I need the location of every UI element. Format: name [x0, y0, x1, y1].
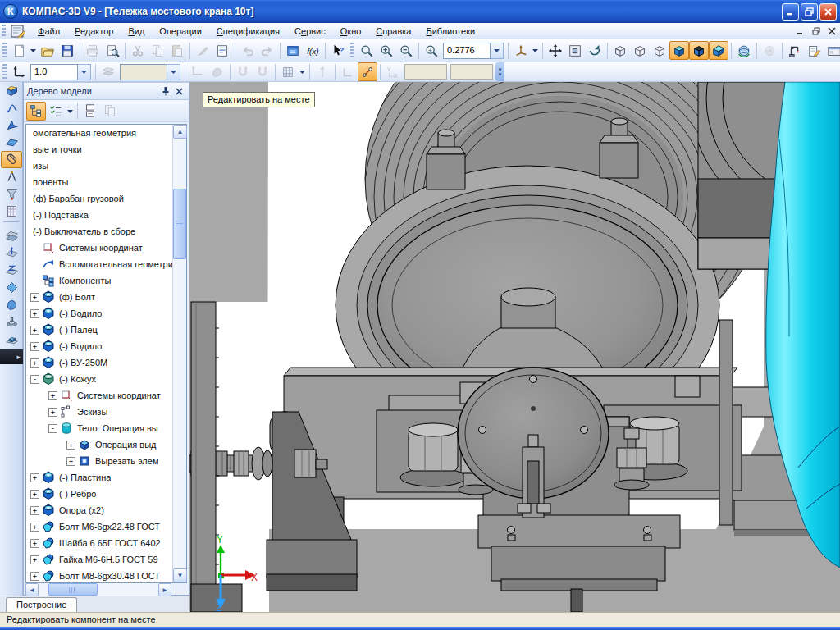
new-document-button[interactable]: [9, 41, 29, 60]
orbit-button[interactable]: [734, 41, 754, 60]
surface-ops-button[interactable]: [1, 134, 22, 151]
middle-plane-button[interactable]: [1, 262, 22, 279]
tree-item[interactable]: +(ф) Болт: [26, 289, 186, 305]
close-panel-button[interactable]: [172, 85, 185, 98]
tree-item[interactable]: поненты: [26, 174, 186, 190]
layer-combo[interactable]: [120, 64, 180, 80]
tree-item[interactable]: +Операция выд: [26, 436, 186, 453]
tree-item[interactable]: +Болт М8-6gx30.48 ГОСТ: [26, 568, 186, 583]
v-scroll-thumb[interactable]: [173, 189, 186, 259]
zoom-scale-combo-arrow[interactable]: [491, 43, 504, 59]
tree-expander-plus[interactable]: +: [30, 293, 39, 302]
surfaces-button[interactable]: [1, 116, 22, 134]
scroll-down-button[interactable]: ▼: [173, 568, 187, 582]
spatial-curves-button[interactable]: [1, 99, 22, 116]
library-manager-button[interactable]: [785, 41, 805, 60]
close-button[interactable]: [819, 3, 837, 21]
tree-structure-button[interactable]: [26, 102, 46, 121]
tree-expander-plus[interactable]: +: [66, 457, 75, 466]
scroll-up-button[interactable]: ▲: [173, 125, 187, 139]
pin-panel-button[interactable]: [159, 85, 172, 98]
tree-item[interactable]: (ф) Барабан грузовой: [26, 190, 186, 207]
filters-button[interactable]: [1, 185, 22, 203]
save-button[interactable]: [57, 41, 77, 60]
plane-through-axis-button[interactable]: [1, 244, 22, 262]
menu-файл[interactable]: Файл: [30, 24, 67, 39]
zoom-out-button[interactable]: [396, 41, 416, 60]
tree-item[interactable]: +Опора (x2): [26, 502, 186, 518]
tree-item[interactable]: вые и точки: [26, 141, 186, 158]
h-scroll-thumb[interactable]: [48, 583, 98, 596]
tree-item[interactable]: -Тело: Операция вы: [26, 420, 186, 436]
specification-objects-button[interactable]: [1, 203, 22, 220]
perspective-button[interactable]: [709, 41, 728, 60]
variables-button[interactable]: [283, 41, 303, 60]
tree-item[interactable]: Системы координат: [26, 240, 186, 256]
toolbar-drag-handle[interactable]: [2, 64, 7, 80]
tree-expander-minus[interactable]: -: [30, 375, 39, 384]
tree-vertical-scrollbar[interactable]: ▲ ▼: [172, 125, 186, 582]
tangent-plane-button[interactable]: [1, 296, 22, 313]
tree-composition-dropdown[interactable]: [66, 102, 75, 121]
step-combo-arrow[interactable]: [78, 64, 91, 80]
fit-all-button[interactable]: [565, 41, 585, 60]
tree-horizontal-scrollbar[interactable]: ◄ ►: [25, 583, 171, 596]
zoom-scale-combo[interactable]: 0.2776: [443, 43, 504, 59]
orientation-dropdown[interactable]: [531, 41, 540, 60]
menu-окно[interactable]: Окно: [333, 24, 369, 39]
tree-item[interactable]: +Вырезать элем: [26, 453, 186, 469]
menu-редактор[interactable]: Редактор: [67, 24, 121, 39]
layer-combo-arrow[interactable]: [167, 64, 180, 80]
open-button[interactable]: [38, 41, 57, 60]
pan-button[interactable]: [546, 41, 565, 60]
zoom-area-button[interactable]: [357, 41, 377, 60]
tree-expander-plus[interactable]: +: [30, 555, 39, 564]
menu-drag-handle[interactable]: [2, 25, 6, 38]
tree-expander-plus[interactable]: +: [30, 523, 39, 532]
plane-through-point-button[interactable]: [1, 313, 22, 331]
tree-expander-plus[interactable]: +: [30, 358, 39, 368]
tree-sections-button[interactable]: [80, 102, 100, 121]
scroll-left-button[interactable]: ◄: [25, 583, 39, 596]
shaded-button[interactable]: [669, 41, 689, 60]
grid-button[interactable]: [278, 62, 298, 81]
tree-expander-plus[interactable]: +: [30, 342, 39, 351]
menu-библиотеки[interactable]: Библиотеки: [419, 24, 483, 39]
tab-construction[interactable]: Построение: [6, 597, 77, 612]
tree-expander-plus[interactable]: +: [30, 326, 39, 335]
tree-composition-button[interactable]: [46, 102, 66, 121]
shaded-with-edges-button[interactable]: [689, 41, 709, 60]
tree-item[interactable]: (-) Выключатель в сборе: [26, 223, 186, 240]
context-help-button[interactable]: ?: [328, 41, 348, 60]
tree-item[interactable]: +Эскизы: [26, 404, 186, 420]
tree-expander-plus[interactable]: +: [30, 572, 39, 581]
tree-expander-plus[interactable]: +: [30, 490, 39, 499]
tree-item[interactable]: +Болт М6-6gx22.48 ГОСТ: [26, 518, 186, 535]
tree-item[interactable]: +(-) Палец: [26, 322, 186, 338]
tree-item[interactable]: Вспомогательная геометрия: [26, 256, 186, 272]
tree-expander-plus[interactable]: +: [30, 309, 39, 318]
restore-button[interactable]: [801, 3, 818, 21]
zoom-scale-button[interactable]: ±: [422, 41, 441, 60]
tree-expander-minus[interactable]: -: [48, 424, 57, 433]
point-snap-button[interactable]: [358, 62, 377, 81]
step-combo[interactable]: 1.0: [30, 64, 91, 80]
tree-item[interactable]: +(-) Водило: [26, 305, 186, 322]
menu-операции[interactable]: Операции: [152, 24, 208, 39]
wireframe-button[interactable]: [610, 41, 630, 60]
menu-спецификация[interactable]: Спецификация: [209, 24, 287, 39]
tree-item[interactable]: -(-) Кожух: [26, 371, 186, 387]
zoom-in-button[interactable]: [377, 41, 396, 60]
panel-expander[interactable]: ▸: [0, 349, 23, 364]
tree-item[interactable]: +Гайка М6-6Н.5 ГОСТ 59: [26, 551, 186, 568]
menu-сервис[interactable]: Сервис: [287, 24, 333, 39]
toolbar-drag-handle[interactable]: [350, 43, 354, 59]
rotate-view-button[interactable]: [585, 41, 605, 60]
print-preview-button[interactable]: [103, 41, 122, 60]
tree-item[interactable]: +(-) Пластина: [26, 469, 186, 486]
mdi-close-button[interactable]: [824, 25, 838, 37]
tree-expander-plus[interactable]: +: [30, 539, 39, 548]
specification-button[interactable]: [212, 41, 232, 60]
grid-dropdown[interactable]: [298, 62, 307, 81]
hidden-lines-removed-button[interactable]: [630, 41, 650, 60]
